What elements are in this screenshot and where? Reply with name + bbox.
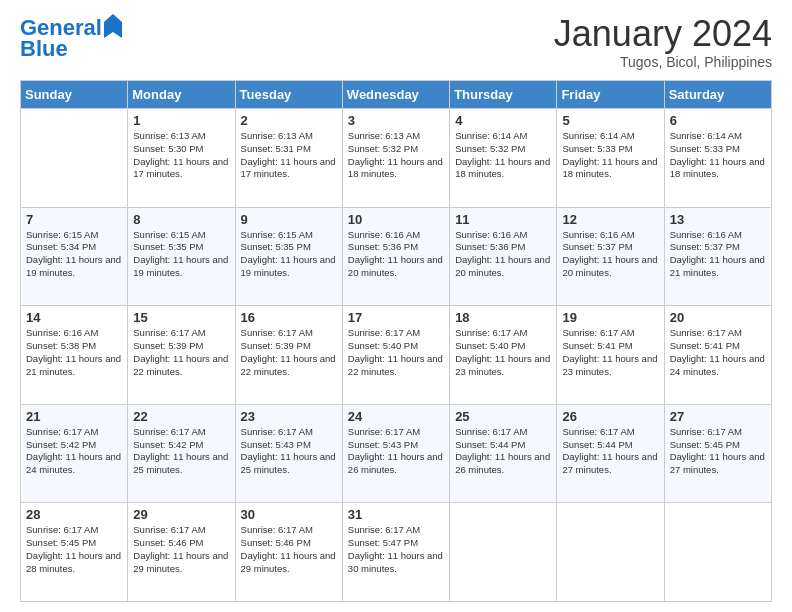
table-row: 1 Sunrise: 6:13 AMSunset: 5:30 PMDayligh… — [128, 109, 235, 208]
cell-info: Sunrise: 6:13 AMSunset: 5:30 PMDaylight:… — [133, 130, 229, 181]
cell-info: Sunrise: 6:15 AMSunset: 5:34 PMDaylight:… — [26, 229, 122, 280]
table-row: 6 Sunrise: 6:14 AMSunset: 5:33 PMDayligh… — [664, 109, 771, 208]
cell-info: Sunrise: 6:13 AMSunset: 5:31 PMDaylight:… — [241, 130, 337, 181]
cell-info: Sunrise: 6:16 AMSunset: 5:38 PMDaylight:… — [26, 327, 122, 378]
day-number: 18 — [455, 310, 551, 325]
table-row: 14 Sunrise: 6:16 AMSunset: 5:38 PMDaylig… — [21, 306, 128, 405]
table-row: 27 Sunrise: 6:17 AMSunset: 5:45 PMDaylig… — [664, 404, 771, 503]
table-row: 25 Sunrise: 6:17 AMSunset: 5:44 PMDaylig… — [450, 404, 557, 503]
cell-info: Sunrise: 6:17 AMSunset: 5:40 PMDaylight:… — [348, 327, 444, 378]
cell-info: Sunrise: 6:13 AMSunset: 5:32 PMDaylight:… — [348, 130, 444, 181]
col-tuesday: Tuesday — [235, 81, 342, 109]
logo-blue: Blue — [20, 38, 122, 60]
cell-info: Sunrise: 6:16 AMSunset: 5:37 PMDaylight:… — [670, 229, 766, 280]
table-row: 10 Sunrise: 6:16 AMSunset: 5:36 PMDaylig… — [342, 207, 449, 306]
table-row: 3 Sunrise: 6:13 AMSunset: 5:32 PMDayligh… — [342, 109, 449, 208]
col-wednesday: Wednesday — [342, 81, 449, 109]
calendar-week-row: 21 Sunrise: 6:17 AMSunset: 5:42 PMDaylig… — [21, 404, 772, 503]
day-number: 26 — [562, 409, 658, 424]
table-row: 24 Sunrise: 6:17 AMSunset: 5:43 PMDaylig… — [342, 404, 449, 503]
table-row — [664, 503, 771, 602]
cell-info: Sunrise: 6:17 AMSunset: 5:44 PMDaylight:… — [455, 426, 551, 477]
page: General Blue January 2024 Tugos, Bicol, … — [0, 0, 792, 612]
table-row: 17 Sunrise: 6:17 AMSunset: 5:40 PMDaylig… — [342, 306, 449, 405]
table-row: 12 Sunrise: 6:16 AMSunset: 5:37 PMDaylig… — [557, 207, 664, 306]
logo-icon — [104, 14, 122, 38]
day-number: 21 — [26, 409, 122, 424]
table-row: 22 Sunrise: 6:17 AMSunset: 5:42 PMDaylig… — [128, 404, 235, 503]
cell-info: Sunrise: 6:17 AMSunset: 5:46 PMDaylight:… — [241, 524, 337, 575]
table-row: 16 Sunrise: 6:17 AMSunset: 5:39 PMDaylig… — [235, 306, 342, 405]
cell-info: Sunrise: 6:17 AMSunset: 5:46 PMDaylight:… — [133, 524, 229, 575]
day-number: 8 — [133, 212, 229, 227]
day-number: 17 — [348, 310, 444, 325]
cell-info: Sunrise: 6:15 AMSunset: 5:35 PMDaylight:… — [241, 229, 337, 280]
table-row: 20 Sunrise: 6:17 AMSunset: 5:41 PMDaylig… — [664, 306, 771, 405]
table-row: 28 Sunrise: 6:17 AMSunset: 5:45 PMDaylig… — [21, 503, 128, 602]
calendar-table: Sunday Monday Tuesday Wednesday Thursday… — [20, 80, 772, 602]
table-row: 30 Sunrise: 6:17 AMSunset: 5:46 PMDaylig… — [235, 503, 342, 602]
table-row: 4 Sunrise: 6:14 AMSunset: 5:32 PMDayligh… — [450, 109, 557, 208]
table-row: 18 Sunrise: 6:17 AMSunset: 5:40 PMDaylig… — [450, 306, 557, 405]
table-row — [450, 503, 557, 602]
cell-info: Sunrise: 6:16 AMSunset: 5:36 PMDaylight:… — [348, 229, 444, 280]
day-number: 20 — [670, 310, 766, 325]
day-number: 7 — [26, 212, 122, 227]
cell-info: Sunrise: 6:17 AMSunset: 5:42 PMDaylight:… — [26, 426, 122, 477]
table-row: 8 Sunrise: 6:15 AMSunset: 5:35 PMDayligh… — [128, 207, 235, 306]
table-row: 19 Sunrise: 6:17 AMSunset: 5:41 PMDaylig… — [557, 306, 664, 405]
cell-info: Sunrise: 6:17 AMSunset: 5:40 PMDaylight:… — [455, 327, 551, 378]
day-number: 22 — [133, 409, 229, 424]
day-number: 31 — [348, 507, 444, 522]
day-number: 2 — [241, 113, 337, 128]
cell-info: Sunrise: 6:17 AMSunset: 5:45 PMDaylight:… — [26, 524, 122, 575]
cell-info: Sunrise: 6:14 AMSunset: 5:32 PMDaylight:… — [455, 130, 551, 181]
table-row: 23 Sunrise: 6:17 AMSunset: 5:43 PMDaylig… — [235, 404, 342, 503]
calendar-week-row: 28 Sunrise: 6:17 AMSunset: 5:45 PMDaylig… — [21, 503, 772, 602]
cell-info: Sunrise: 6:17 AMSunset: 5:44 PMDaylight:… — [562, 426, 658, 477]
col-monday: Monday — [128, 81, 235, 109]
day-number: 15 — [133, 310, 229, 325]
cell-info: Sunrise: 6:17 AMSunset: 5:42 PMDaylight:… — [133, 426, 229, 477]
day-number: 4 — [455, 113, 551, 128]
calendar-header-row: Sunday Monday Tuesday Wednesday Thursday… — [21, 81, 772, 109]
cell-info: Sunrise: 6:17 AMSunset: 5:45 PMDaylight:… — [670, 426, 766, 477]
day-number: 28 — [26, 507, 122, 522]
day-number: 6 — [670, 113, 766, 128]
day-number: 13 — [670, 212, 766, 227]
header: General Blue January 2024 Tugos, Bicol, … — [20, 16, 772, 70]
month-title: January 2024 — [554, 16, 772, 52]
cell-info: Sunrise: 6:14 AMSunset: 5:33 PMDaylight:… — [670, 130, 766, 181]
table-row — [21, 109, 128, 208]
table-row: 29 Sunrise: 6:17 AMSunset: 5:46 PMDaylig… — [128, 503, 235, 602]
table-row: 15 Sunrise: 6:17 AMSunset: 5:39 PMDaylig… — [128, 306, 235, 405]
day-number: 16 — [241, 310, 337, 325]
cell-info: Sunrise: 6:16 AMSunset: 5:36 PMDaylight:… — [455, 229, 551, 280]
day-number: 19 — [562, 310, 658, 325]
table-row: 26 Sunrise: 6:17 AMSunset: 5:44 PMDaylig… — [557, 404, 664, 503]
table-row: 5 Sunrise: 6:14 AMSunset: 5:33 PMDayligh… — [557, 109, 664, 208]
day-number: 30 — [241, 507, 337, 522]
cell-info: Sunrise: 6:17 AMSunset: 5:41 PMDaylight:… — [562, 327, 658, 378]
day-number: 12 — [562, 212, 658, 227]
col-sunday: Sunday — [21, 81, 128, 109]
table-row: 7 Sunrise: 6:15 AMSunset: 5:34 PMDayligh… — [21, 207, 128, 306]
cell-info: Sunrise: 6:17 AMSunset: 5:39 PMDaylight:… — [133, 327, 229, 378]
day-number: 23 — [241, 409, 337, 424]
col-friday: Friday — [557, 81, 664, 109]
cell-info: Sunrise: 6:17 AMSunset: 5:39 PMDaylight:… — [241, 327, 337, 378]
svg-marker-0 — [104, 14, 122, 38]
calendar-week-row: 14 Sunrise: 6:16 AMSunset: 5:38 PMDaylig… — [21, 306, 772, 405]
table-row — [557, 503, 664, 602]
cell-info: Sunrise: 6:17 AMSunset: 5:41 PMDaylight:… — [670, 327, 766, 378]
day-number: 14 — [26, 310, 122, 325]
cell-info: Sunrise: 6:16 AMSunset: 5:37 PMDaylight:… — [562, 229, 658, 280]
day-number: 3 — [348, 113, 444, 128]
table-row: 11 Sunrise: 6:16 AMSunset: 5:36 PMDaylig… — [450, 207, 557, 306]
cell-info: Sunrise: 6:15 AMSunset: 5:35 PMDaylight:… — [133, 229, 229, 280]
day-number: 5 — [562, 113, 658, 128]
col-thursday: Thursday — [450, 81, 557, 109]
day-number: 24 — [348, 409, 444, 424]
table-row: 31 Sunrise: 6:17 AMSunset: 5:47 PMDaylig… — [342, 503, 449, 602]
cell-info: Sunrise: 6:14 AMSunset: 5:33 PMDaylight:… — [562, 130, 658, 181]
